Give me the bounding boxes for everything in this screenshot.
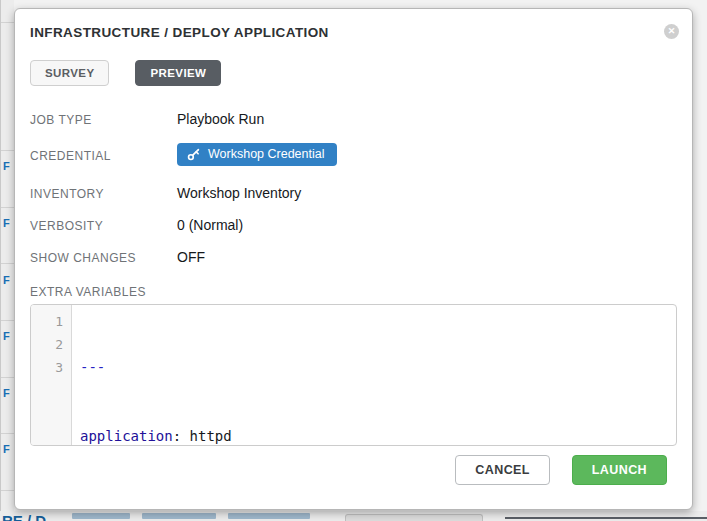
line-number: 1 [31,310,63,333]
deploy-application-preview-modal: INFRASTRUCTURE / DEPLOY APPLICATION ✕ SU… [14,8,693,510]
clipped-panel-edge [505,517,707,519]
field-label: SHOW CHANGES [30,249,177,267]
field-verbosity: VERBOSITY 0 (Normal) [30,217,677,235]
field-value: OFF [177,249,205,266]
yaml-key: application [80,428,173,444]
field-value: 0 (Normal) [177,217,243,234]
screen: F F F F F F RE / D INFRASTRUCTURE / DEPL… [0,0,707,521]
field-label: INVENTORY [30,185,177,203]
modal-tabs: SURVEY PREVIEW [30,60,677,86]
field-label: JOB TYPE [30,111,177,129]
background-row-divider [1,263,15,264]
background-row-divider [1,207,15,208]
credential-badge[interactable]: Workshop Credential [177,143,337,166]
code-line-2: application: httpd [80,425,676,446]
field-value: Playbook Run [177,111,264,128]
background-row-divider [1,150,15,151]
extra-variables-editor[interactable]: 1 2 3 --- application: httpd [30,304,677,446]
field-show-changes: SHOW CHANGES OFF [30,249,677,267]
yaml-value: httpd [181,428,232,444]
background-page-bottom-edge: RE / D [0,511,707,521]
line-number: 3 [31,356,63,379]
background-row-divider [1,433,15,434]
cancel-button[interactable]: CANCEL [455,455,549,485]
close-glyph: ✕ [668,27,676,36]
field-inventory: INVENTORY Workshop Inventory [30,185,677,203]
field-job-type: JOB TYPE Playbook Run [30,111,677,129]
tab-survey[interactable]: SURVEY [30,60,109,86]
line-number: 2 [31,333,63,356]
launch-button[interactable]: LAUNCH [572,455,667,485]
tab-preview[interactable]: PREVIEW [135,60,221,86]
editor-line-number-gutter: 1 2 3 [31,305,72,445]
background-row-divider [1,490,15,491]
code-line-1: --- [80,356,676,379]
background-row-divider [1,320,15,321]
extra-variables-label: EXTRA VARIABLES [30,285,677,299]
credential-badge-label: Workshop Credential [208,147,325,161]
field-label: VERBOSITY [30,217,177,235]
clipped-text-fragment [72,513,130,519]
modal-footer: CANCEL LAUNCH [455,455,667,485]
editor-code-area[interactable]: --- application: httpd [72,305,676,445]
yaml-doc-separator: --- [80,359,105,375]
clipped-button-fragment [345,514,483,521]
close-icon[interactable]: ✕ [664,24,679,39]
field-label: CREDENTIAL [30,143,177,165]
background-row-divider [1,377,15,378]
field-value: Workshop Inventory [177,185,301,202]
key-icon [187,148,200,161]
yaml-colon: : [173,428,181,444]
clipped-text-fragment [228,513,310,519]
clipped-heading-fragment: RE / D [2,512,46,521]
background-row-divider [1,22,15,23]
background-page-left-edge: F F F F F F [0,0,14,521]
clipped-text-fragment [142,513,216,519]
field-credential: CREDENTIAL Workshop Credential [30,143,677,166]
modal-title: INFRASTRUCTURE / DEPLOY APPLICATION [30,24,677,40]
